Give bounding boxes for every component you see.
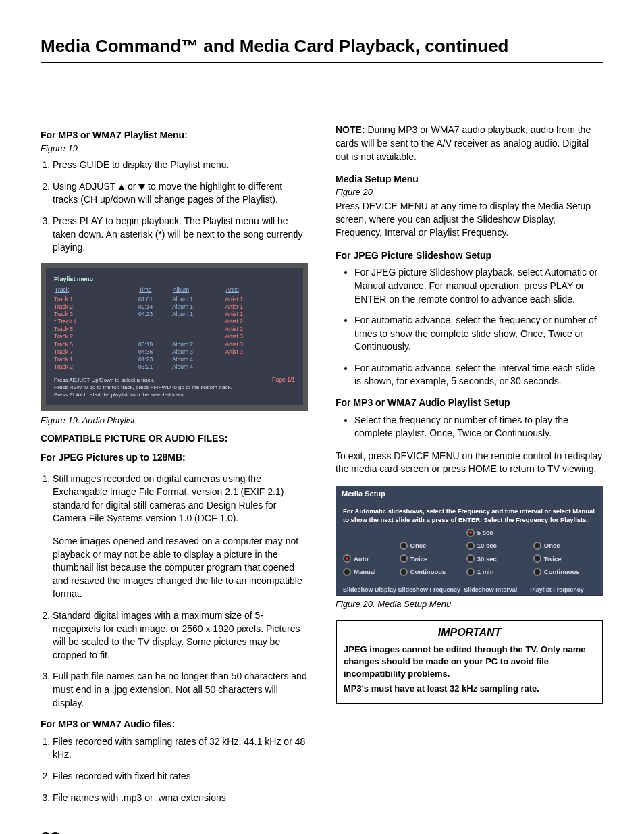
jpeg-li1-extra: Some images opened and resaved on a comp…	[53, 535, 308, 601]
jpeg-heading: For JPEG Pictures up to 128MB:	[41, 451, 308, 465]
radio-icon	[533, 568, 541, 576]
note-paragraph: NOTE: During MP3 or WMA7 audio playback,…	[336, 124, 603, 163]
fig19-instr-3: Press PLAY to start the playlist from th…	[54, 391, 295, 398]
opt-30sec: 30 sec	[466, 554, 529, 563]
figure-20-ref: Figure 20	[336, 186, 603, 199]
cell: Artist 1	[225, 303, 295, 311]
cell: Track 3	[54, 311, 138, 318]
cell: 03:19	[138, 341, 172, 348]
radio-icon	[400, 568, 408, 576]
cell: Track 2	[54, 363, 138, 371]
lbl-slideshow-display: Slideshow Display	[343, 586, 398, 594]
cell: Album 1	[172, 311, 225, 318]
step-2: Using ADJUST or to move the highlight to…	[53, 180, 308, 207]
opt-1min: 1 min	[466, 567, 529, 576]
cell: Track 2	[54, 303, 138, 311]
cell: Track 5	[54, 325, 138, 333]
opt-label: 1 min	[477, 567, 494, 576]
down-triangle-icon	[138, 184, 145, 190]
opt-label: Continuous	[410, 567, 446, 576]
radio-icon	[400, 554, 408, 563]
mp3-li3: File names with .mp3 or .wma extensions	[53, 791, 308, 805]
jpeg-list: Still images recorded on digital cameras…	[41, 473, 308, 710]
ss-li2: For automatic advance, select the freque…	[354, 314, 603, 354]
radio-icon	[343, 568, 351, 576]
figure-19-image: Playlist menu Track Time Album Artist Tr…	[41, 263, 308, 411]
cell: Album 4	[172, 363, 225, 371]
fig19-instr-1: Press ADJUST Up/Down to select a track.	[54, 376, 295, 384]
important-p2: MP3's must have at least 32 kHz sampling…	[344, 683, 595, 695]
radio-icon	[533, 542, 541, 550]
opt-once-pl: Once	[533, 541, 596, 550]
opt-10sec: 10 sec	[466, 541, 529, 550]
jpeg-li1-text: Still images recorded on digital cameras…	[53, 473, 284, 524]
cell: Track 2	[54, 333, 138, 340]
up-triangle-icon	[118, 184, 125, 190]
radio-icon	[533, 554, 541, 563]
mp3-files-heading: For MP3 or WMA7 Audio files:	[41, 718, 308, 731]
important-title: IMPORTANT	[344, 625, 595, 640]
cell	[172, 318, 225, 325]
mp3-li2: Files recorded with fixed bit rates	[53, 770, 308, 783]
page-title: Media Command™ and Media Card Playback, …	[41, 34, 603, 58]
opt-label: 10 sec	[477, 541, 497, 550]
fig19-h-album: Album	[172, 286, 225, 296]
cell: Artist 3	[225, 333, 295, 340]
fig20-title: Media Setup	[336, 486, 603, 502]
mp3-list: Files recorded with sampling rates of 32…	[41, 735, 308, 804]
fig19-title: Playlist menu	[54, 275, 295, 284]
cell: Album 4	[172, 356, 225, 363]
radio-icon	[466, 568, 475, 576]
compatible-files-heading: COMPATIBLE PICTURE OR AUDIO FILES:	[41, 432, 308, 446]
important-p1: JPEG images cannot be edited through the…	[344, 644, 595, 681]
opt-label: Twice	[544, 554, 562, 563]
cell: Track 1	[54, 356, 138, 363]
radio-icon	[466, 529, 475, 537]
cell: Artist 3	[225, 348, 295, 356]
cell: Track 5	[54, 341, 138, 348]
cell: Artist 3	[225, 341, 295, 348]
page-number: 62	[41, 826, 603, 834]
cell: Track 7	[54, 348, 138, 356]
cell: * Track 4	[54, 318, 138, 325]
opt-label: Once	[410, 541, 427, 550]
cell	[138, 318, 172, 325]
cell: Artist 1	[225, 296, 295, 303]
left-column: For MP3 or WMA7 Playlist Menu: Figure 19…	[41, 124, 308, 812]
radio-icon	[400, 542, 408, 550]
mp3-li1: Files recorded with sampling rates of 32…	[53, 735, 308, 762]
cell: Album 2	[172, 341, 225, 348]
opt-twice-pl: Twice	[533, 554, 596, 563]
step-1: Press GUIDE to display the Playlist menu…	[53, 159, 308, 172]
exit-paragraph: To exit, press DEVICE MENU on the remote…	[336, 450, 603, 476]
jpeg-li1: Still images recorded on digital cameras…	[53, 473, 308, 601]
figure-19-caption: Figure 19. Audio Playlist	[41, 415, 308, 427]
jpeg-li3: Full path file names can be no longer th…	[53, 670, 308, 710]
playlist-steps: Press GUIDE to display the Playlist menu…	[41, 159, 308, 255]
cell: 01:23	[138, 356, 172, 363]
note-text: During MP3 or WMA7 audio playback, audio…	[336, 124, 591, 161]
media-setup-heading: Media Setup Menu	[336, 173, 603, 186]
opt-twice-freq: Twice	[400, 554, 462, 563]
opt-label: Twice	[410, 554, 428, 563]
radio-icon	[466, 554, 475, 563]
media-setup-paragraph: Press DEVICE MENU at any time to display…	[336, 200, 603, 240]
cell	[172, 325, 225, 333]
opt-label: Auto	[354, 554, 369, 563]
cell: Album 1	[172, 296, 225, 303]
cell: Artist 2	[225, 325, 295, 333]
cell	[225, 356, 295, 363]
fig19-h-time: Time	[138, 286, 172, 296]
cell	[138, 333, 172, 340]
fig20-options-grid: 5 sec Once 10 sec Once Auto Twice 30 sec…	[343, 525, 596, 580]
cell	[138, 325, 172, 333]
title-rule	[41, 62, 603, 63]
step-2-b: or	[125, 181, 138, 192]
cell: 04:36	[138, 348, 172, 356]
fig19-h-artist: Artist	[225, 286, 295, 296]
fig19-playlist-table: Track Time Album Artist Track 101:01Albu…	[54, 286, 295, 370]
ss-li3: For automatic advance, select the interv…	[354, 362, 603, 388]
jpeg-li2: Standard digital images with a maximum s…	[53, 609, 308, 662]
opt-cont-freq: Continuous	[400, 567, 462, 576]
opt-once-freq: Once	[400, 541, 462, 550]
